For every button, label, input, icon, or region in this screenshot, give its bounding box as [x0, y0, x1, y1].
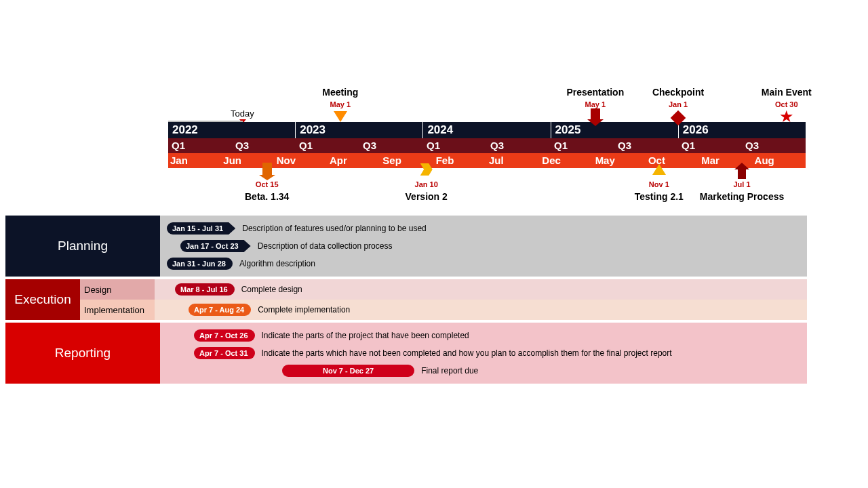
execution-subcolumn: Design Implementation	[80, 279, 155, 320]
milestone-date: May 1	[585, 100, 606, 108]
task-pill: Nov 7 - Dec 27	[282, 365, 414, 377]
task-row: Apr 7 - Aug 24 Complete implementation	[155, 300, 807, 320]
lane-planning: Planning Jan 15 - Jul 31 Description of …	[5, 216, 807, 277]
task-pill: Apr 7 - Oct 26	[194, 329, 255, 342]
arrow-down-icon	[591, 108, 600, 119]
month-cell: Jan	[168, 153, 221, 168]
sublane-design: Design	[80, 279, 155, 300]
lane-body-planning: Jan 15 - Jul 31 Description of features …	[160, 216, 807, 277]
triangle-up-icon	[652, 164, 666, 175]
month-cell: Aug	[753, 153, 806, 168]
quarter-cell: Q3	[614, 138, 678, 153]
month-cell: Jul	[487, 153, 540, 168]
task-desc: Indicate the parts which have not been c…	[262, 348, 672, 358]
milestone-title: Beta. 1.34	[245, 191, 289, 202]
task-desc: Indicate the parts of the project that h…	[262, 331, 469, 340]
year-cell: 2023	[295, 122, 422, 138]
task-row: Nov 7 - Dec 27 Final report due	[167, 362, 800, 380]
task-row: Apr 7 - Oct 26 Indicate the parts of the…	[167, 327, 800, 344]
month-cell: May	[593, 153, 646, 168]
year-cell: 2025	[551, 122, 678, 138]
quarter-cell: Q1	[678, 138, 742, 153]
month-cell: Dec	[540, 153, 593, 168]
quarter-cell: Q1	[551, 138, 614, 153]
milestone-date: Jan 1	[669, 100, 688, 108]
year-cell: 2022	[168, 122, 295, 138]
task-pill: Jan 17 - Oct 23	[180, 240, 251, 252]
month-cell: Apr	[328, 153, 380, 168]
month-cell: Nov	[275, 153, 328, 168]
milestone-date: Nov 1	[649, 180, 669, 188]
arrow-up-icon	[738, 169, 746, 179]
quarter-cell: Q3	[232, 138, 296, 153]
task-desc: Description of data collection process	[258, 241, 393, 251]
task-pill: Apr 7 - Aug 24	[189, 304, 251, 316]
today-label: Today	[231, 108, 254, 119]
milestone-title: Presentation	[566, 87, 624, 98]
task-row: Apr 7 - Oct 31 Indicate the parts which …	[167, 344, 800, 362]
lane-execution: Execution Design Implementation Mar 8 - …	[5, 279, 807, 320]
star-icon: ★	[779, 108, 794, 125]
month-cell: Feb	[434, 153, 487, 168]
milestone-title: Version 2	[406, 191, 448, 202]
lane-reporting: Reporting Apr 7 - Oct 26 Indicate the pa…	[5, 323, 807, 384]
task-pill: Jan 15 - Jul 31	[167, 222, 235, 235]
task-desc: Final report due	[421, 366, 478, 375]
task-pill: Mar 8 - Jul 16	[175, 283, 235, 296]
task-row: Jan 31 - Jun 28 Algorithm description	[167, 255, 800, 272]
lane-head-planning: Planning	[5, 216, 160, 277]
task-pill: Jan 31 - Jun 28	[167, 258, 233, 270]
milestone-title: Testing 2.1	[635, 191, 684, 202]
triangle-down-icon	[334, 111, 347, 122]
milestone-date: Jul 1	[733, 180, 750, 188]
task-pill: Apr 7 - Oct 31	[194, 347, 255, 359]
year-bar: 2022 2023 2024 2025 2026	[168, 122, 806, 138]
quarter-cell: Q1	[296, 138, 359, 153]
quarter-cell: Q1	[168, 138, 232, 153]
milestone-date: May 1	[330, 100, 351, 108]
milestone-title: Checkpoint	[652, 87, 704, 98]
milestone-title: Main Event	[762, 87, 812, 98]
task-desc: Complete design	[241, 285, 302, 294]
sublane-implementation: Implementation	[80, 300, 155, 320]
lane-body-reporting: Apr 7 - Oct 26 Indicate the parts of the…	[160, 323, 807, 384]
lane-head-reporting: Reporting	[5, 323, 160, 384]
task-desc: Description of features used/or planning…	[242, 224, 427, 233]
quarter-cell: Q3	[359, 138, 423, 153]
task-row: Jan 17 - Oct 23 Description of data coll…	[167, 237, 800, 255]
milestone-date: Jan 10	[415, 180, 438, 188]
task-row: Jan 15 - Jul 31 Description of features …	[167, 220, 800, 237]
task-desc: Complete implementation	[258, 305, 350, 314]
task-desc: Algorithm description	[239, 259, 315, 268]
milestone-title: Meeting	[322, 87, 358, 98]
milestone-date: Oct 15	[256, 180, 279, 188]
milestone-title: Marketing Process	[700, 191, 785, 202]
quarter-cell: Q1	[423, 138, 487, 153]
quarter-cell: Q3	[487, 138, 551, 153]
quarter-bar: Q1 Q3 Q1 Q3 Q1 Q3 Q1 Q3 Q1 Q3	[168, 138, 806, 153]
lane-head-execution: Execution	[5, 279, 80, 320]
task-row: Mar 8 - Jul 16 Complete design	[155, 279, 807, 300]
year-cell: 2024	[422, 122, 550, 138]
flag-icon	[262, 163, 272, 175]
quarter-cell: Q3	[742, 138, 806, 153]
